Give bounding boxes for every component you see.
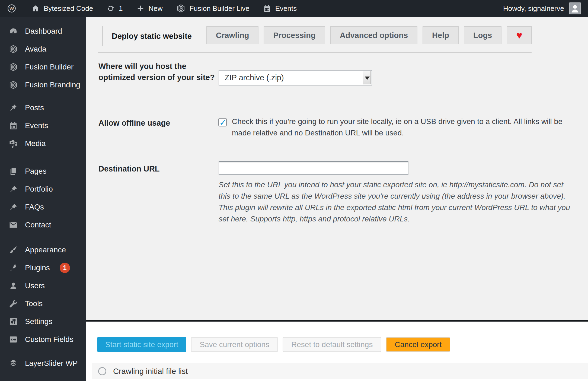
tab-label: Logs bbox=[473, 31, 492, 40]
sidebar-item-label: Plugins bbox=[25, 263, 50, 272]
status-spinner-icon bbox=[98, 367, 106, 375]
tab-processing[interactable]: Processing bbox=[264, 26, 325, 44]
host-destination-select[interactable]: ZIP archive (.zip) bbox=[219, 70, 372, 85]
sidebar-item-layerslider-wp[interactable]: LayerSlider WP bbox=[0, 354, 86, 372]
destination-url-label: Destination URL bbox=[98, 163, 218, 174]
sidebar-item-label: FAQs bbox=[25, 203, 44, 211]
sidebar-item-label: Media bbox=[25, 139, 46, 148]
sidebar-item-label: Settings bbox=[25, 317, 52, 326]
sidebar-item-avada[interactable]: Avada bbox=[0, 40, 86, 58]
sidebar-item-users[interactable]: Users bbox=[0, 277, 86, 295]
home-icon bbox=[31, 4, 40, 12]
sidebar-item-label: Custom Fields bbox=[25, 335, 74, 344]
menu-separator bbox=[0, 153, 86, 162]
sidebar-item-portfolio[interactable]: Portfolio bbox=[0, 180, 86, 198]
destination-url-description: Set this to the URL you intend to host y… bbox=[219, 179, 575, 225]
howdy-account-link[interactable]: Howdy, signalnerve bbox=[503, 4, 564, 13]
main-content: Deploy static website Crawling Processin… bbox=[86, 17, 588, 381]
destination-url-input[interactable] bbox=[219, 161, 408, 175]
save-options-button[interactable]: Save current options bbox=[191, 337, 278, 352]
start-export-button[interactable]: Start static site export bbox=[97, 337, 186, 352]
sidebar-item-label: Fusion Builder bbox=[25, 63, 74, 71]
plus-icon bbox=[136, 4, 145, 12]
layers-icon bbox=[9, 359, 18, 368]
wrench-icon bbox=[9, 299, 18, 308]
fusion-builder-live-link[interactable]: Fusion Builder Live bbox=[176, 4, 250, 13]
sidebar-item-label: LayerSlider WP bbox=[25, 359, 78, 368]
new-label: New bbox=[149, 4, 163, 13]
user-icon bbox=[9, 281, 18, 290]
tab-advanced-options[interactable]: Advanced options bbox=[330, 26, 417, 44]
site-name-link[interactable]: Bytesized Code bbox=[31, 4, 93, 13]
offline-usage-checkbox[interactable] bbox=[218, 118, 227, 126]
paintbrush-icon bbox=[9, 245, 18, 255]
envelope-icon bbox=[9, 220, 18, 230]
offline-usage-label: Allow offline usage bbox=[98, 118, 218, 129]
sidebar-item-label: Appearance bbox=[25, 246, 66, 254]
tab-crawling[interactable]: Crawling bbox=[206, 26, 258, 44]
tab-label: Advanced options bbox=[340, 31, 408, 40]
dashboard-icon bbox=[9, 27, 18, 36]
plugin-icon bbox=[9, 263, 18, 272]
tab-donate[interactable]: ♥ bbox=[507, 26, 532, 44]
sidebar-item-fusion-builder[interactable]: Fusion Builder bbox=[0, 58, 86, 76]
sidebar-item-pages[interactable]: Pages bbox=[0, 162, 86, 180]
sidebar-item-appearance[interactable]: Appearance bbox=[0, 241, 86, 259]
wordpress-menu[interactable] bbox=[7, 4, 16, 13]
sidebar-item-settings[interactable]: Settings bbox=[0, 313, 86, 331]
sidebar-item-label: Avada bbox=[25, 45, 46, 53]
sidebar-item-dashboard[interactable]: Dashboard bbox=[0, 22, 86, 40]
select-dropdown-arrow-icon bbox=[363, 71, 371, 84]
tab-label: Help bbox=[432, 31, 449, 40]
updates-link[interactable]: 1 bbox=[107, 4, 123, 13]
tab-label: Crawling bbox=[216, 31, 249, 40]
events-label: Events bbox=[275, 4, 297, 13]
cancel-export-button[interactable]: Cancel export bbox=[386, 337, 450, 352]
sidebar-item-label: Fusion Branding bbox=[25, 81, 80, 89]
sidebar-item-plugins[interactable]: Plugins 1 bbox=[0, 259, 86, 277]
tab-label: Processing bbox=[273, 31, 315, 40]
avatar[interactable] bbox=[569, 2, 581, 14]
sidebar-item-custom-fields[interactable]: Custom Fields bbox=[0, 331, 86, 348]
sidebar-item-label: Users bbox=[25, 281, 45, 290]
tab-logs[interactable]: Logs bbox=[464, 26, 501, 44]
sidebar-item-events[interactable]: Events bbox=[0, 117, 86, 135]
pages-icon bbox=[9, 167, 18, 176]
sidebar-item-contact[interactable]: Contact bbox=[0, 216, 86, 234]
reset-defaults-button[interactable]: Reset to default settings bbox=[283, 337, 381, 352]
sidebar-item-posts[interactable]: Posts bbox=[0, 99, 86, 117]
new-content-link[interactable]: New bbox=[136, 4, 163, 13]
sliders-icon bbox=[9, 317, 18, 326]
admin-bar: Bytesized Code 1 New Fusion Builder Live… bbox=[0, 0, 588, 17]
sidebar-item-label: Tools bbox=[25, 299, 43, 308]
selected-option: ZIP archive (.zip) bbox=[225, 73, 284, 82]
sidebar-item-media[interactable]: Media bbox=[0, 135, 86, 153]
menu-separator bbox=[0, 94, 86, 99]
sidebar-item-fusion-branding[interactable]: Fusion Branding bbox=[0, 76, 86, 94]
offline-usage-description: Check this if you're going to run your s… bbox=[232, 116, 576, 139]
pushpin-icon bbox=[9, 202, 18, 212]
sidebar-item-tools[interactable]: Tools bbox=[0, 295, 86, 313]
sidebar-item-label: Posts bbox=[25, 103, 44, 112]
sidebar-item-label: Events bbox=[25, 121, 48, 130]
export-status-row: Crawling initial file list bbox=[92, 363, 588, 379]
media-icon bbox=[9, 139, 18, 148]
sidebar-item-faqs[interactable]: FAQs bbox=[0, 198, 86, 216]
sidebar-item-label: Portfolio bbox=[25, 185, 53, 193]
tab-deploy-static-website[interactable]: Deploy static website bbox=[102, 26, 201, 46]
tab-help[interactable]: Help bbox=[423, 26, 459, 44]
update-icon bbox=[107, 4, 115, 12]
sidebar-menu: Dashboard Avada Fusion Builder Fusion Br… bbox=[0, 17, 86, 381]
status-label: Crawling initial file list bbox=[113, 367, 188, 376]
fusion-branding-hexagon-icon bbox=[9, 80, 18, 90]
heart-icon: ♥ bbox=[516, 30, 522, 40]
pushpin-icon bbox=[9, 185, 18, 194]
calendar-icon bbox=[263, 4, 271, 12]
events-admin-link[interactable]: Events bbox=[263, 4, 297, 13]
wordpress-logo-icon bbox=[7, 4, 16, 13]
pushpin-icon bbox=[9, 103, 18, 112]
tabs-underline bbox=[98, 52, 532, 53]
host-question-label: Where will you host the optimized versio… bbox=[98, 61, 218, 83]
plugin-tabs: Deploy static website Crawling Processin… bbox=[102, 26, 532, 46]
sidebar-item-label: Dashboard bbox=[25, 27, 62, 36]
